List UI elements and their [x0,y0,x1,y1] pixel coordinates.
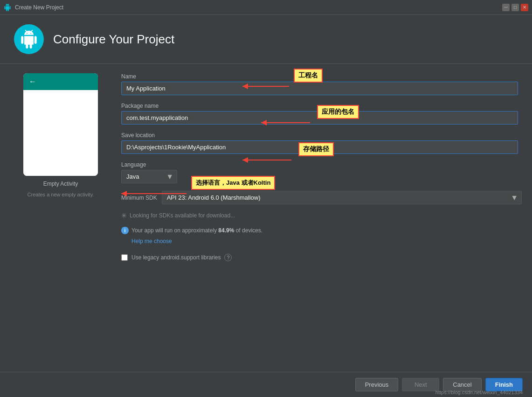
sdk-dropdown-container: API 16: Android 4.1 (Jelly Bean) API 21:… [162,191,518,204]
maximize-button[interactable]: □ [511,4,519,11]
android-icon [4,4,11,11]
language-dropdown-container: Java Kotlin ▼ [121,170,177,183]
activity-description: Creates a new empty activity. [28,192,94,197]
left-panel: ← Empty Activity Creates a new empty act… [14,73,107,362]
footer-url: https://blog.csdn.net/weixin_44021334 [435,390,523,395]
language-select[interactable]: Java Kotlin [121,170,177,183]
annotation-arrow-language [117,189,191,203]
activity-label: Empty Activity [43,181,78,187]
phone-toolbar: ← [23,73,98,90]
loading-row: ✳ Looking for SDKs available for downloa… [121,212,518,219]
phone-screen [23,90,98,176]
minimize-button[interactable]: ─ [502,4,510,11]
loading-text: Looking for SDKs available for download.… [130,212,235,219]
window-controls: ─ □ ✕ [502,4,528,11]
main-container: Configure Your Project ← Empty Activity … [0,15,532,397]
annotation-arrow-package-name [256,118,312,132]
name-input[interactable] [121,82,518,95]
previous-button[interactable]: Previous [355,378,399,391]
language-label: Language [121,161,518,168]
window-title: Create New Project [15,4,498,11]
header: Configure Your Project [0,15,532,64]
legacy-checkbox[interactable] [121,254,128,261]
title-bar: Create New Project ─ □ ✕ [0,0,532,15]
help-link[interactable]: Help me choose [131,238,518,244]
close-button[interactable]: ✕ [521,4,528,11]
info-percentage: 84.9% [218,227,234,234]
android-logo-icon [20,30,38,49]
annotation-arrow-project-name [238,82,294,100]
language-group: Language Java Kotlin ▼ [121,161,518,183]
location-label: Save location [121,132,518,139]
annotation-box-save-path: 存储路径 [298,142,334,156]
info-row: i Your app will run on approximately 84.… [121,227,518,234]
info-text: Your app will run on approximately 84.9%… [131,227,263,234]
info-icon: i [121,227,129,234]
legacy-checkbox-row: Use legacy android.support libraries ? [121,254,518,261]
back-arrow-icon: ← [29,77,36,86]
android-logo [14,24,44,54]
annotation-arrow-save-path [238,155,294,169]
annotation-box-language: 选择语言，Java 或者Koltin [191,176,275,190]
phone-preview: ← [23,73,98,176]
legacy-label: Use legacy android.support libraries [131,254,221,261]
page-title: Configure Your Project [53,32,174,47]
annotation-box-project-name: 工程名 [294,69,323,83]
help-circle-icon[interactable]: ? [224,254,232,261]
annotation-box-package-name: 应用的包名 [317,105,359,119]
next-button[interactable]: Next [402,378,439,391]
sdk-select[interactable]: API 16: Android 4.1 (Jelly Bean) API 21:… [162,191,522,204]
right-panel: Name Package name Save location Language… [121,73,518,362]
loading-icon: ✳ [121,212,127,219]
body-content: ← Empty Activity Creates a new empty act… [0,64,532,372]
